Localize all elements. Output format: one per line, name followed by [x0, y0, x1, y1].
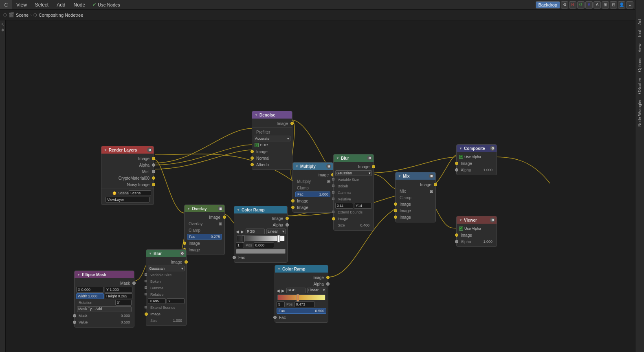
socket-multiply-img1[interactable] — [291, 199, 295, 202]
right-tab-tool[interactable]: Tool — [637, 28, 643, 40]
render-layers-viewlayer[interactable]: ViewLayer — [106, 197, 149, 202]
socket-blur2-out[interactable] — [185, 260, 188, 264]
blur1-extend-socket[interactable] — [332, 211, 334, 213]
composite-settings[interactable]: ⚙ — [490, 146, 495, 151]
socket-denoise-img-in[interactable] — [251, 150, 254, 153]
blur2-extend-socket[interactable] — [145, 306, 147, 308]
blur2-x-field[interactable]: X 695 — [148, 298, 166, 304]
socket-cr2-fac-in[interactable] — [273, 316, 277, 319]
ellipse-width-field[interactable]: Width 2.000 — [76, 293, 104, 299]
menu-select[interactable]: Select — [31, 0, 53, 9]
ellipse-toggle[interactable]: ▼ — [77, 273, 80, 277]
socket-cr1-fac-in[interactable] — [233, 256, 236, 259]
socket-blur1-in[interactable] — [332, 217, 335, 220]
blur1-settings[interactable]: ⚙ — [367, 156, 372, 161]
blur2-relative-socket[interactable] — [145, 293, 147, 295]
blur2-varsize-socket[interactable] — [145, 273, 147, 276]
viewer-alpha-cb[interactable] — [459, 227, 463, 231]
cr1-handle-left[interactable] — [242, 235, 244, 242]
blur1-bokeh-socket[interactable] — [332, 185, 334, 187]
backdrop-settings-icon[interactable]: ⚙ — [561, 1, 568, 9]
socket-viewer-alpha[interactable] — [455, 240, 458, 243]
multiply-toggle[interactable]: ▼ — [295, 165, 299, 168]
ellipse-y-field[interactable]: Y 1.000 — [105, 287, 132, 293]
mix-settings[interactable]: ⊞ — [429, 174, 434, 178]
blur1-varsize-socket[interactable] — [332, 178, 334, 180]
socket-blur1-out[interactable] — [372, 165, 375, 168]
socket-composite-img[interactable] — [455, 162, 458, 165]
render-layers-toggle[interactable]: ▼ — [104, 148, 107, 152]
blur1-x-field[interactable]: X 14 — [335, 203, 353, 209]
socket-mix-img2[interactable] — [394, 209, 397, 212]
socket-blur2-in[interactable] — [145, 312, 148, 316]
multiply-fac-bar[interactable]: Fac 1.000 — [295, 191, 330, 197]
render-layers-scene-field[interactable]: Scene — [129, 190, 151, 196]
socket-mix-out[interactable] — [434, 183, 437, 186]
socket-image-out[interactable] — [152, 157, 155, 160]
socket-denoise-img-out[interactable] — [290, 122, 294, 125]
socket-cr1-alpha-out[interactable] — [286, 223, 289, 227]
cr2-pos[interactable]: 0.473 — [295, 301, 315, 307]
multiply-header[interactable]: ▼ Multiply ⊞ — [293, 163, 333, 170]
cr1-handle-right[interactable] — [277, 235, 280, 242]
socket-overlay-img1[interactable] — [183, 242, 186, 245]
colorramp2-fac-bar[interactable]: Fac 0.500 — [277, 308, 326, 314]
viewer-settings[interactable]: ⚙ — [490, 218, 495, 222]
blur2-y-field[interactable]: Y — [167, 298, 185, 304]
multiply-settings[interactable]: ⊞ — [326, 164, 331, 169]
socket-cr2-alpha-out[interactable] — [326, 282, 330, 286]
menu-view[interactable]: View — [12, 0, 31, 9]
cr2-index[interactable]: 5 — [277, 301, 285, 307]
blur1-type-select[interactable]: Gaussian▾ — [335, 170, 372, 176]
socket-composite-alpha[interactable] — [455, 168, 458, 172]
user-icon[interactable]: 👤 — [618, 1, 625, 9]
blur1-gamma-socket[interactable] — [332, 191, 334, 194]
cr1-pos[interactable]: 0.000 — [254, 242, 274, 248]
expand-icon[interactable]: ⌄ — [626, 1, 633, 9]
composite-toggle[interactable]: ▼ — [459, 147, 462, 150]
ellipse-masktype-select[interactable]: Mask Ty... Add — [77, 306, 132, 312]
right-tab-options[interactable]: Options — [637, 55, 643, 74]
colorramp1-toggle[interactable]: ▼ — [237, 208, 240, 212]
denoise-hdr-checkbox[interactable] — [255, 143, 259, 147]
composite-header[interactable]: ▼ Composite ⚙ — [457, 145, 497, 152]
render-layers-settings[interactable]: ⚙ — [147, 147, 152, 152]
use-nodes-label[interactable]: Use Nodes — [98, 2, 120, 7]
ellipse-rotation-field[interactable]: 0° — [115, 300, 132, 306]
mix-mode-btn[interactable]: ⊞ — [430, 189, 433, 194]
viewer-toggle[interactable]: ▼ — [459, 218, 462, 222]
cr2-interp-select[interactable]: Linear▾ — [307, 288, 326, 293]
overlay-mode-btn[interactable]: ⊞ — [219, 222, 222, 226]
colorramp2-toggle[interactable]: ▼ — [277, 267, 281, 271]
socket-ellipse-out[interactable] — [132, 282, 136, 285]
blur1-relative-socket[interactable] — [332, 198, 334, 200]
socket-ellipse-value-in[interactable] — [73, 321, 76, 324]
composite-alpha-cb[interactable] — [459, 155, 463, 159]
menu-item-icon[interactable]: ⬡ — [0, 0, 12, 9]
overlay-fac-bar[interactable]: Fac 0.275 — [187, 234, 222, 240]
socket-alpha-out[interactable] — [152, 163, 155, 167]
socket-multiply-img2[interactable] — [291, 206, 295, 209]
ellipse-header[interactable]: ▼ Ellipse Mask — [75, 271, 134, 278]
colorramp1-bar[interactable] — [237, 235, 285, 241]
socket-overlay-out[interactable] — [223, 216, 226, 219]
cr2-mode-select[interactable]: RGB — [286, 288, 306, 293]
overlay-settings[interactable]: ⊞ — [218, 206, 223, 211]
right-tab-nodewrangler[interactable]: Node Wrangler — [637, 97, 643, 129]
blur2-toggle[interactable]: ▼ — [149, 252, 152, 255]
channel-b-btn[interactable]: B — [585, 1, 593, 9]
cr1-mode-select[interactable]: RGB — [246, 229, 265, 234]
menu-node[interactable]: Node — [70, 0, 90, 9]
cr1-interp-select[interactable]: Linear▾ — [266, 229, 286, 234]
colorramp2-header[interactable]: ▼ Color Ramp — [275, 265, 328, 273]
right-tab-act[interactable]: Act — [637, 16, 643, 27]
cr2-handle-mid[interactable] — [297, 294, 299, 301]
socket-cr2-img-out[interactable] — [326, 276, 330, 279]
channel-a-btn[interactable]: A — [593, 1, 601, 9]
colorramp2-bar[interactable] — [277, 295, 325, 300]
overlay-header[interactable]: ▼ Overlay ⊞ — [185, 205, 224, 212]
cr1-color-preview[interactable] — [236, 249, 286, 254]
channel-g-btn[interactable]: G — [577, 1, 585, 9]
blur2-header[interactable]: ▼ Blur ⚙ — [146, 250, 186, 257]
breadcrumb-scene[interactable]: Scene — [16, 13, 29, 18]
